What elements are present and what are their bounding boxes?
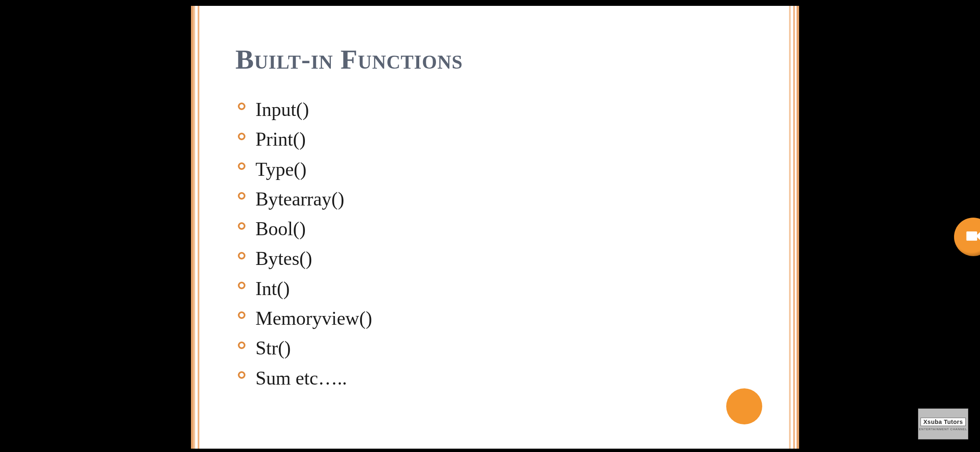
list-item: Print() <box>235 124 755 154</box>
accent-dot <box>726 388 762 424</box>
list-item: Input() <box>235 95 755 124</box>
list-item: Str() <box>235 333 755 363</box>
list-item: Bool() <box>235 214 755 244</box>
camera-icon <box>964 227 980 247</box>
list-item: Memoryview() <box>235 303 755 333</box>
slide-body: Built-in Functions Input() Print() Type(… <box>210 6 780 449</box>
bullet-list: Input() Print() Type() Bytearray() Bool(… <box>235 95 755 393</box>
watermark-sub: ENTERTAINMENT CHANNEL <box>919 428 967 431</box>
slide-stage: Built-in Functions Input() Print() Type(… <box>191 6 799 449</box>
list-item: Int() <box>235 274 755 303</box>
list-item: Bytes() <box>235 244 755 273</box>
list-item: Type() <box>235 154 755 184</box>
list-item: Sum etc….. <box>235 363 755 393</box>
watermark-main: Xsuba Tutors <box>921 418 966 426</box>
record-button[interactable] <box>954 218 980 256</box>
list-item: Bytearray() <box>235 184 755 214</box>
slide-title: Built-in Functions <box>235 44 755 75</box>
channel-watermark: Xsuba Tutors ENTERTAINMENT CHANNEL <box>918 408 968 439</box>
